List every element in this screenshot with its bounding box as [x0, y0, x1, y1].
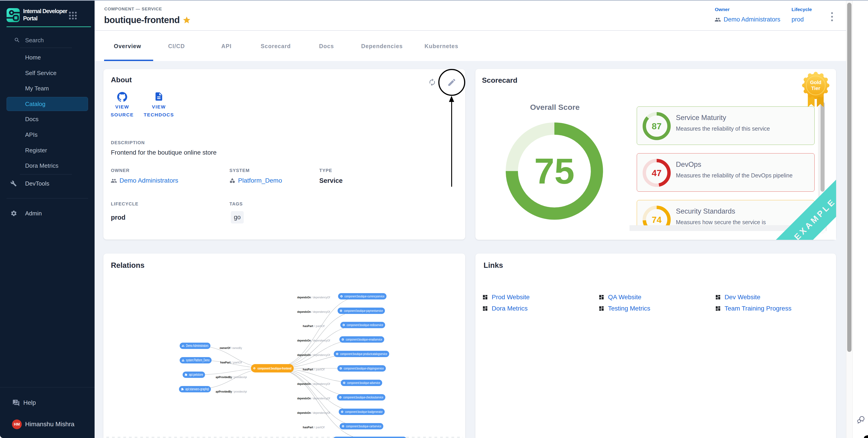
svg-text:dependsOn: dependsOn [297, 353, 311, 357]
svg-text:Demo Administrators: Demo Administrators [186, 344, 208, 347]
svg-text:component:boutique-paymentserv: component:boutique-paymentservice [344, 309, 383, 312]
svg-text:component:boutique-emailservic: component:boutique-emailservice [346, 337, 382, 341]
svg-text:component:boutique-checkoutser: component:boutique-checkoutservice [343, 395, 383, 399]
svg-text:api:petstore: api:petstore [189, 373, 203, 376]
svg-text:dependsOn: dependsOn [297, 310, 311, 313]
svg-text:/ dependencyOf: / dependencyOf [311, 296, 330, 299]
svg-text:component:boutique-adservice: component:boutique-adservice [347, 381, 380, 385]
svg-text:dependsOn: dependsOn [297, 382, 311, 385]
svg-text:/ partOf: / partOf [230, 361, 242, 364]
svg-text:hasPart: hasPart [303, 368, 313, 371]
svg-text:/ dependencyOf: / dependencyOf [311, 339, 330, 342]
svg-text:/ dependencyOf: / dependencyOf [311, 382, 330, 385]
svg-text:api:starwars-graphql: api:starwars-graphql [185, 387, 209, 391]
svg-text:apiProvidedBy: apiProvidedBy [216, 375, 232, 379]
svg-text:dependsOn: dependsOn [297, 397, 311, 400]
svg-text:dependsOn: dependsOn [297, 411, 311, 414]
svg-text:component:boutique-cartservice: component:boutique-cartservice [346, 424, 381, 428]
svg-text:dependsOn: dependsOn [297, 296, 311, 299]
svg-text:/ ownedBy: / ownedBy [230, 346, 242, 350]
svg-text:hasPart: hasPart [303, 324, 313, 328]
svg-text:/ dependencyOf: / dependencyOf [311, 310, 330, 313]
svg-text:/ providesApi: / providesApi [232, 375, 247, 379]
svg-text:component:boutique-frontend: component:boutique-frontend [257, 366, 291, 370]
svg-text:component:boutique-productcata: component:boutique-productcatalogservice [340, 352, 387, 356]
svg-text:component:boutique-currencyser: component:boutique-currencyservice [344, 294, 384, 298]
svg-text:/ partOf: / partOf [313, 324, 324, 328]
svg-text:dependsOn: dependsOn [297, 339, 311, 342]
svg-text:/ partOf: / partOf [313, 368, 324, 371]
svg-text:/ dependencyOf: / dependencyOf [311, 411, 330, 414]
svg-text:component:boutique-redisservic: component:boutique-redisservice [347, 323, 383, 327]
svg-text:/ dependencyOf: / dependencyOf [311, 353, 330, 357]
svg-text:hasPart: hasPart [220, 361, 231, 364]
svg-text:/ dependencyOf: / dependencyOf [311, 397, 330, 400]
svg-text:system:Platform_Demo: system:Platform_Demo [186, 358, 210, 362]
svg-text:ownerOf: ownerOf [220, 346, 230, 350]
svg-text:?: ? [15, 400, 17, 403]
svg-text:component:boutique-shippingser: component:boutique-shippingservice [344, 366, 384, 370]
svg-text:apiProvidedBy: apiProvidedBy [216, 390, 232, 393]
svg-text:/ providesApi: / providesApi [232, 390, 247, 393]
svg-text:hasPart: hasPart [303, 426, 313, 429]
svg-text:/ partOf: / partOf [313, 426, 324, 429]
svg-text:component:boutique-loadgenerat: component:boutique-loadgenerator [345, 410, 383, 413]
